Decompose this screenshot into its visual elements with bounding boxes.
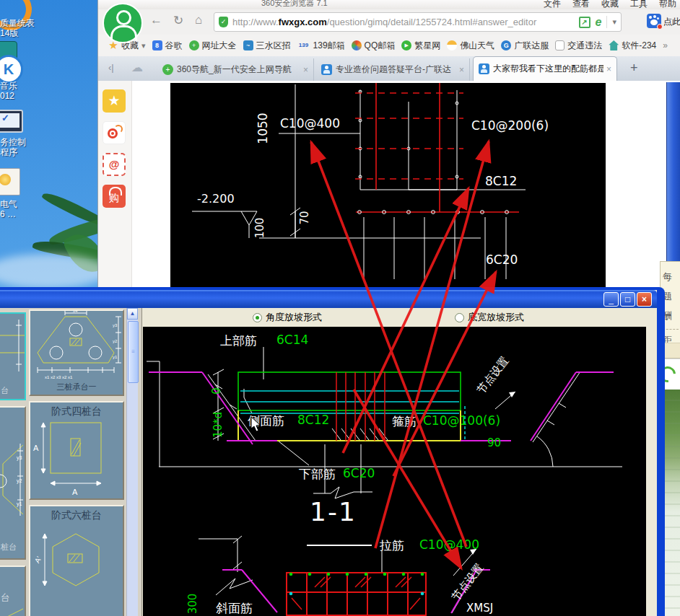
divider	[663, 329, 679, 330]
bookmark-qqmail[interactable]: QQ邮箱	[352, 40, 396, 52]
menu-fav[interactable]: 收藏	[601, 0, 619, 9]
label-top-rebar: 上部筋	[220, 333, 257, 349]
radio-angle-slope[interactable]: 角度放坡形式	[253, 311, 322, 324]
label-stirrup: 箍筋	[392, 413, 417, 430]
scrollbar-thumb[interactable]: ≡	[128, 321, 139, 383]
thumb-partial-3[interactable]: 台	[0, 566, 26, 616]
browser-mode-icon[interactable]: e	[596, 16, 602, 29]
cloud	[0, 254, 108, 289]
menu-help[interactable]: 帮助	[659, 0, 676, 9]
thumb-six-pile[interactable]: 阶式六桩台 A'	[29, 505, 124, 616]
cad-window-titlebar[interactable]: _ □ ×	[0, 290, 657, 308]
weibo-icon[interactable]	[103, 121, 126, 144]
bookmark-wangzhi[interactable]: +网址大全	[189, 40, 237, 52]
search-hint[interactable]: 点此	[663, 16, 680, 28]
browser-titlebar[interactable]: 360安全浏览器 7.1 文件 查看 收藏 工具 帮助	[98, 0, 680, 9]
desktop-icon-service-label[interactable]: 务控制程序	[0, 137, 26, 157]
slope-mode-bar: 角度放坡形式 底宽放坡形式	[143, 308, 646, 327]
tab-bar: ‹| ☁ + 360导航_新一代安全上网导航 × 专业造价问题答疑平台-广联达 …	[98, 56, 680, 81]
browser-title: 360安全浏览器 7.1	[261, 0, 328, 9]
pile-cap-section-canvas[interactable]: 上部筋 6C14 侧面筋 8C12 箍筋 C10@100(6) 下部筋 6C20…	[143, 327, 646, 616]
bookmark-google[interactable]: 8谷歌	[152, 40, 183, 52]
pile-cap-type-panel: 台 y3 y2 y1 桩台 台	[0, 308, 142, 616]
panel-scrollbar[interactable]: ▲ ≡	[126, 308, 138, 616]
svg-text:y1: y1	[113, 355, 118, 359]
svg-text:y3: y3	[113, 323, 118, 327]
bookmark-weather[interactable]: 佛山天气	[447, 40, 494, 52]
glodon-tab-icon	[479, 63, 489, 74]
refresh-icon[interactable]: ↻	[173, 13, 183, 28]
scroll-up-icon[interactable]: ▲	[127, 308, 138, 320]
bookmarks-more[interactable]: »	[663, 40, 668, 50]
svg-text:y2: y2	[17, 478, 22, 484]
svg-text:y3: y3	[17, 455, 22, 461]
desktop-icon-electric-label[interactable]: 电气6 …	[0, 199, 17, 219]
bookmark-2345[interactable]: 软件-234	[609, 40, 656, 52]
url-text[interactable]: http://www.fwxgx.com/question/gimq/detai…	[232, 17, 575, 27]
tab-rebar-question[interactable]: 大家帮我看下这里的配筋都是 ×	[473, 56, 617, 81]
radio-width-slope[interactable]: 底宽放坡形式	[455, 311, 524, 324]
dim-zero: 0	[210, 387, 223, 395]
desktop-icon-electric[interactable]	[0, 168, 20, 195]
desktop-icon-quality-label[interactable]: 质量统表14版	[0, 18, 35, 38]
qq-mail-icon	[352, 40, 362, 50]
user-avatar[interactable]	[103, 3, 143, 43]
thumb-partial-1[interactable]: 台	[0, 312, 26, 400]
cad-app-window: _ □ × 台 y3 y2 y1 桩台	[0, 287, 665, 616]
top-drawing-geometry	[170, 83, 606, 287]
dim-100: 100	[253, 218, 266, 239]
glodon-icon: G	[501, 40, 511, 50]
new-tab-button[interactable]: +	[630, 61, 638, 76]
label-xmsj: XMSJ	[466, 602, 493, 615]
chevron-down-icon[interactable]: ▾	[612, 17, 616, 27]
close-icon[interactable]: ×	[459, 65, 464, 75]
svg-text:y2: y2	[113, 339, 118, 343]
menu-tools[interactable]: 工具	[630, 0, 648, 9]
desktop-icon-music-label[interactable]: 音乐012	[0, 81, 17, 101]
svg-text:A': A'	[33, 555, 43, 564]
favorites-star-icon[interactable]: ★	[103, 89, 126, 113]
cloud-sync-icon[interactable]: ☁	[131, 61, 143, 74]
tab-360nav[interactable]: + 360导航_新一代安全上网导航 ×	[157, 58, 314, 81]
page-scrollbar[interactable]	[666, 82, 680, 261]
bookmark-139mail[interactable]: 139139邮箱	[297, 40, 345, 52]
value-side-rebar: 8C12	[297, 413, 329, 427]
label-bottom-rebar: 下部筋	[299, 466, 336, 483]
back-icon[interactable]: ←	[150, 13, 162, 27]
label-elevation: -2.200	[197, 192, 235, 206]
bookmark-glodon[interactable]: G广联达服	[501, 40, 549, 52]
dim-300: 300	[186, 594, 199, 615]
section-title: 1-1	[310, 497, 357, 527]
bookmark-fanxing[interactable]: ▶繁星网	[401, 40, 440, 52]
minimize-button[interactable]: _	[603, 292, 619, 307]
close-icon[interactable]: ×	[303, 65, 308, 75]
thumb-four-pile[interactable]: 阶式四桩台 A A	[29, 401, 124, 500]
thumb-three-pile[interactable]: x4 y3 y2 y1 x1 x2 x3 x2 x1 三桩承台一	[29, 309, 124, 396]
thumb-partial-2[interactable]: y3 y2 y1 桩台	[0, 406, 26, 560]
bookmark-traffic[interactable]: 交通违法	[555, 40, 602, 52]
radio-unselected-icon	[455, 313, 464, 322]
value-stirrup: C10@100(6)	[423, 413, 500, 428]
bookmark-sanshui[interactable]: ~三水区招	[243, 40, 291, 52]
address-bar[interactable]: ✓ http://www.fwxgx.com/question/gimq/det…	[214, 12, 622, 32]
maximize-button[interactable]: □	[620, 292, 635, 307]
tab-scroll-left-icon[interactable]: ‹|	[108, 62, 114, 73]
nav-site-icon: +	[189, 40, 199, 50]
baidu-paw-icon[interactable]	[647, 14, 661, 28]
desktop-icon-service[interactable]: ✓	[0, 110, 23, 133]
home-icon[interactable]: ⌂	[195, 13, 202, 27]
close-button[interactable]: ×	[637, 292, 652, 307]
dim-1050: 1050	[256, 113, 270, 144]
shopping-icon[interactable]: 购	[103, 185, 126, 208]
360-icon: +	[162, 64, 173, 75]
dim-10d: 10*d	[212, 412, 225, 438]
desktop-icon-music[interactable]: K	[0, 55, 23, 84]
share-icon[interactable]: ↗	[579, 17, 590, 28]
tab-glodon-qa[interactable]: 专业造价问题答疑平台-广联达 ×	[316, 58, 470, 81]
mail-icon[interactable]: @	[103, 153, 126, 176]
menu-file[interactable]: 文件	[544, 0, 561, 9]
close-icon[interactable]: ×	[606, 64, 611, 74]
google-icon: 8	[152, 40, 162, 50]
svg-text:x4: x4	[73, 311, 78, 313]
menu-view[interactable]: 查看	[572, 0, 590, 9]
